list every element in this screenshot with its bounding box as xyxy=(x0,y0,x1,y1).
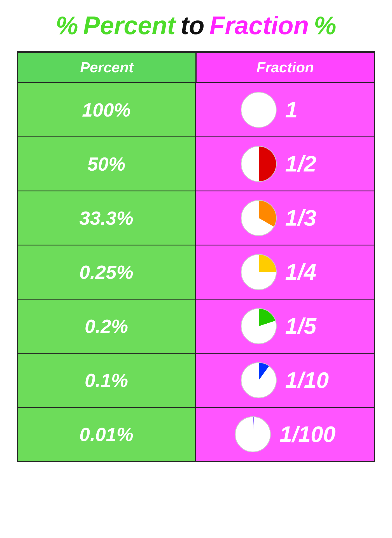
header-fraction: Fraction xyxy=(196,52,374,82)
percent-cell: 0.01% xyxy=(18,408,196,461)
fraction-value: 1/4 xyxy=(285,259,330,285)
fraction-value: 1/100 xyxy=(279,421,335,447)
title-percent-left: % xyxy=(56,11,78,40)
svg-point-0 xyxy=(241,92,276,127)
percent-value: 50% xyxy=(87,153,125,175)
percent-cell: 33.3% xyxy=(18,191,196,245)
percent-value: 100% xyxy=(82,99,131,121)
fraction-cell: 1/4 xyxy=(196,245,374,299)
percent-value: 33.3% xyxy=(80,207,134,229)
table-row: 0.1% 1/10 xyxy=(18,353,374,407)
pie-chart xyxy=(235,416,271,453)
percent-cell: 0.1% xyxy=(18,354,196,407)
title-percent-right: % xyxy=(314,11,336,40)
pie-chart xyxy=(241,200,277,236)
pie-chart xyxy=(241,308,277,344)
table-body: 100% 150% 1/233.3% 1/30.25% 1/40.2% 1/50… xyxy=(18,82,374,461)
title-fraction-word: Fraction xyxy=(209,11,309,40)
title-percent-word: Percent xyxy=(83,11,176,40)
percent-cell: 0.25% xyxy=(18,245,196,299)
percent-cell: 50% xyxy=(18,137,196,191)
fraction-value: 1/10 xyxy=(285,367,330,393)
header-percent: Percent xyxy=(18,52,196,82)
table-row: 33.3% 1/3 xyxy=(18,191,374,245)
fraction-cell: 1 xyxy=(196,83,374,136)
fraction-value: 1 xyxy=(285,97,330,123)
page-title: % Percent to Fraction % xyxy=(56,11,336,40)
pie-chart xyxy=(241,254,277,290)
fraction-cell: 1/2 xyxy=(196,137,374,191)
percent-value: 0.1% xyxy=(85,369,128,391)
fraction-value: 1/3 xyxy=(285,205,330,231)
fraction-cell: 1/5 xyxy=(196,300,374,353)
table-row: 0.2% 1/5 xyxy=(18,299,374,353)
percent-cell: 100% xyxy=(18,83,196,136)
pie-chart xyxy=(241,362,277,398)
fraction-cell: 1/100 xyxy=(196,408,374,461)
table-row: 0.25% 1/4 xyxy=(18,245,374,299)
percent-cell: 0.2% xyxy=(18,300,196,353)
table-row: 50% 1/2 xyxy=(18,136,374,191)
fraction-cell: 1/10 xyxy=(196,354,374,407)
table-row: 0.01% 1/100 xyxy=(18,407,374,461)
percent-value: 0.2% xyxy=(85,315,128,337)
fraction-cell: 1/3 xyxy=(196,191,374,245)
main-table: Percent Fraction 100% 150% 1/233.3% 1/30… xyxy=(17,51,375,462)
pie-chart xyxy=(241,146,277,182)
pie-chart xyxy=(241,92,277,128)
fraction-value: 1/5 xyxy=(285,313,330,339)
percent-value: 0.25% xyxy=(80,261,134,283)
table-row: 100% 1 xyxy=(18,82,374,136)
percent-value: 0.01% xyxy=(80,423,134,445)
title-to-word: to xyxy=(181,11,204,40)
fraction-value: 1/2 xyxy=(285,151,330,177)
table-header: Percent Fraction xyxy=(18,52,374,82)
